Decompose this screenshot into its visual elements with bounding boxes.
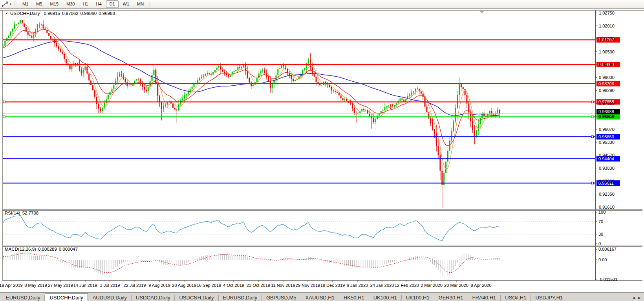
chart-title: USDCHF,Daily0.969150.970620.968600.96988 [10, 11, 115, 16]
rsi-tick-label: 0 [598, 241, 601, 246]
chart-tab-bar: EURUSD,DailyUSDCHF,DailyAUDUSD,DailyUSDC… [0, 292, 644, 301]
chart-windows: 1.012070.998000.987030.976580.968030.956… [0, 9, 644, 291]
date-tick-label: 2 Mar 2020 [421, 283, 443, 288]
date-tick-label: 12 Feb 2020 [395, 283, 419, 288]
tabs-scroll-left-icon[interactable]: ◀ [632, 296, 635, 300]
chart-tab-usdchf-daily[interactable]: USDCHF,Daily [45, 293, 88, 301]
ma-fast-line [3, 23, 499, 169]
date-tick-label: 29 Nov 2019 [296, 283, 320, 288]
hline-price-label: 0.95663 [598, 134, 614, 139]
current-price-line: 0.96988 [3, 109, 620, 114]
timeframe-button-d1[interactable]: D1 [106, 0, 119, 8]
line-studies-icon[interactable] [1, 1, 9, 8]
current-price-label: 0.96988 [598, 109, 614, 114]
chart-tab-usoil-h1[interactable]: USOil,H1 [501, 294, 531, 301]
price-tick-label: 1.00530 [599, 50, 615, 54]
hline-0.96803[interactable]: 0.96803 [3, 114, 620, 119]
moving-average-lines [3, 23, 499, 169]
price-tick-label: 1.02750 [599, 11, 615, 15]
toolbar-grip[interactable] [14, 1, 16, 7]
hline-0.95663[interactable]: 0.95663 [3, 134, 620, 139]
timeframe-button-m1[interactable]: M1 [19, 0, 32, 8]
date-tick-label: 4 Oct 2019 [223, 283, 244, 288]
price-tick-label: 0.91610 [599, 205, 615, 209]
timeframe-button-m5[interactable]: M5 [33, 0, 46, 8]
hline-price-label: 0.98703 [598, 81, 614, 86]
macd-tick-label: 0.00 [598, 257, 607, 262]
timeframe-button-h1[interactable]: H1 [79, 0, 91, 8]
chart-tab-eurusd-daily[interactable]: EURUSD,Daily [219, 294, 262, 301]
date-tick-label: 22 Jul 2019 [124, 283, 146, 288]
toolbar-separator [150, 1, 150, 7]
hline-0.97658[interactable]: 0.97658 [3, 99, 620, 105]
chart-shift-marker-icon[interactable] [479, 11, 484, 13]
macd-tick-label: 0.006167 [598, 247, 617, 251]
price-tick-label: 0.96070 [599, 127, 615, 132]
date-tick-label: 28 Aug 2019 [172, 283, 196, 288]
hline-0.93011[interactable]: 0.93011 [3, 180, 620, 186]
horizontal-level-lines[interactable]: 1.012070.998000.987030.976580.968030.956… [3, 37, 620, 186]
timeframe-button-w1[interactable]: W1 [119, 0, 133, 8]
date-tick-label: 6 Jan 2020 [347, 283, 368, 288]
chart-tab-audusd-daily[interactable]: AUDUSD,Daily [88, 294, 131, 301]
price-tick-label: 1.02010 [599, 24, 615, 28]
date-tick-label: 24 Jan 2020 [370, 283, 394, 288]
window-borders [0, 10, 644, 281]
price-tick-label: 1.01270 [599, 37, 615, 41]
rsi-tick-label: 100 [598, 210, 606, 215]
macd-label: MACD(12,26,9)0.0002890.000047 [5, 247, 78, 251]
date-tick-label: 16 Sep 2019 [197, 283, 221, 288]
date-tick-label: 23 Oct 2019 [247, 283, 270, 288]
chart-tab-ger30-h1[interactable]: GER30,H1 [434, 294, 468, 301]
price-tick-label: 0.96810 [599, 114, 615, 119]
chart-tab-hk50-h1[interactable]: HK50,H1 [339, 294, 369, 301]
date-tick-label: 18 Dec 2019 [320, 283, 345, 288]
date-tick-label: 19 Apr 2019 [0, 283, 23, 288]
price-tick-label: 0.99790 [599, 62, 615, 67]
timeframe-button-h4[interactable]: H4 [92, 0, 105, 8]
rsi-indicator [3, 215, 595, 241]
chart-tab-xauusd-h1[interactable]: XAUUSD,H1 [301, 294, 339, 301]
chart-tab-uk100-h1[interactable]: UK100,H1 [369, 294, 401, 301]
top-toolbar: ▾ M1M5M15M30H1H4D1W1MN [0, 0, 644, 9]
tool-dropdown-caret-icon[interactable]: ▾ [10, 2, 11, 6]
rsi-axis: 10070300 [595, 210, 606, 246]
price-tick-label: 0.94570 [599, 153, 615, 158]
timeframe-button-mn[interactable]: MN [134, 0, 147, 8]
hline-0.94404[interactable]: 0.94404 [3, 156, 620, 162]
price-tick-label: 0.97550 [599, 101, 615, 106]
price-tick-label: 0.99030 [599, 75, 615, 80]
rsi-tick-label: 30 [598, 232, 603, 237]
date-tick-label: 8 May 2019 [24, 283, 47, 288]
tabs-scroll-right-icon[interactable]: ▶ [638, 296, 641, 300]
date-tick-label: 14 Jun 2019 [73, 283, 97, 288]
rsi-line [3, 215, 499, 241]
chart-tab-usdcad-daily[interactable]: USDCAD,Daily [132, 294, 174, 301]
chart-tab-gbpusd-m5[interactable]: GBPUSD,M5 [262, 294, 301, 301]
macd-axis: 0.0061670.00-0.011531 [595, 247, 618, 281]
hline-1.01207[interactable]: 1.01207 [3, 37, 620, 42]
price-tick-label: 0.98290 [599, 88, 615, 93]
date-tick-label: 27 May 2019 [48, 283, 73, 288]
chart-collapse-icon[interactable]: ▼ [5, 12, 8, 15]
price-tick-label: 0.93090 [599, 179, 615, 184]
chart-tab-usdcnh-daily[interactable]: USDCNH,Daily [175, 294, 218, 301]
macd-indicator [3, 252, 499, 277]
date-tick-label: 3 Jul 2019 [100, 283, 120, 288]
chart-tab-usdjpy-h1[interactable]: USDJPY,H1 [531, 294, 567, 301]
rsi-tick-label: 70 [598, 219, 603, 224]
mt4-window: { "toolbar": { "tool_icon": "line-studie… [0, 0, 644, 301]
macd-tick-label: -0.011531 [598, 277, 618, 282]
price-tick-label: 0.95330 [599, 140, 615, 145]
date-tick-label: 9 Aug 2019 [148, 283, 170, 288]
time-axis[interactable]: 19 Apr 20198 May 201927 May 201914 Jun 2… [0, 281, 492, 288]
timeframe-button-m30[interactable]: M30 [63, 0, 78, 8]
timeframe-button-m15[interactable]: M15 [47, 0, 62, 8]
date-tick-label: 11 Nov 2019 [271, 283, 295, 288]
rsi-label: RSI(14)52.7708 [5, 211, 38, 215]
chart-tab-uk100-h1[interactable]: UK100,H1 [402, 294, 434, 301]
date-tick-label: 20 Mar 2020 [444, 283, 468, 288]
hline-0.98703[interactable]: 0.98703 [3, 81, 620, 86]
chart-tab-fra40-h1[interactable]: FRA40,H1 [468, 294, 501, 301]
chart-tab-eurusd-daily[interactable]: EURUSD,Daily [2, 294, 44, 301]
